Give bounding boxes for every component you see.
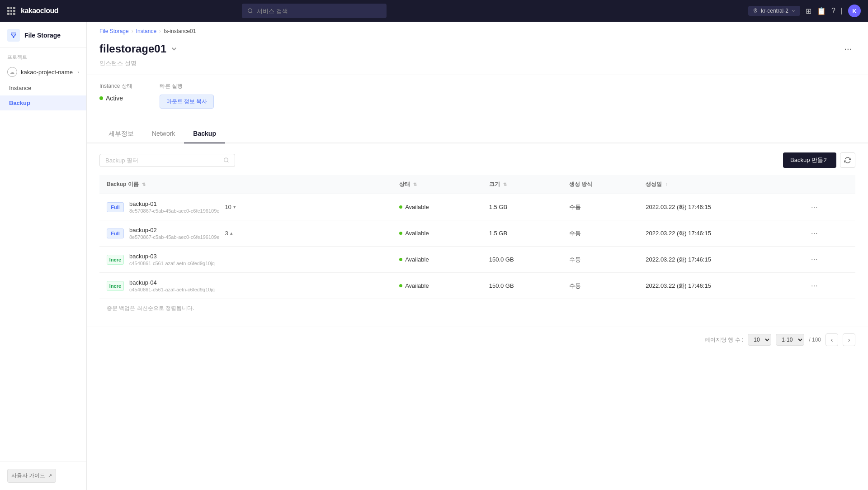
table-row: Incre backup-04 c4540861-c561-azaf-aetn-…: [99, 273, 855, 299]
col-backup-name[interactable]: Backup 이름 ⇅: [99, 175, 392, 194]
backup-status-cell: Available: [392, 194, 482, 220]
tab-detail[interactable]: 세부정보: [99, 125, 143, 143]
available-dot: [399, 284, 402, 287]
backup-status-cell: Available: [392, 247, 482, 273]
user-guide-button[interactable]: 사용자 가이드 ↗: [7, 469, 56, 483]
col-created[interactable]: 생성일 ↑: [638, 175, 801, 194]
create-backup-button[interactable]: Backup 만들기: [783, 152, 836, 168]
col-status[interactable]: 상태 ⇅: [392, 175, 482, 194]
chevron-right-icon: ›: [77, 69, 79, 75]
row-action-menu-button[interactable]: ···: [808, 228, 821, 239]
backup-actions-cell: ···: [801, 247, 855, 273]
backup-type-badge: Full: [107, 202, 124, 212]
search-input[interactable]: [257, 8, 381, 14]
backup-status: Available: [405, 204, 429, 210]
col-size[interactable]: 크기 ⇅: [482, 175, 562, 194]
sidebar-service-header: File Storage: [0, 22, 86, 48]
refresh-button[interactable]: [840, 152, 855, 168]
backup-date-cell: 2022.03.22 (화) 17:46:15: [638, 273, 801, 299]
expand-toggle[interactable]: 10 ▾: [225, 204, 236, 210]
backup-search-box[interactable]: [99, 154, 235, 167]
backup-name: backup-04: [129, 279, 215, 286]
row-action-menu-button[interactable]: ···: [808, 280, 821, 291]
expand-toggle[interactable]: 3 ▴: [225, 230, 232, 237]
status-section: Instance 상태 Active 빠른 실행 마운트 정보 복사: [87, 75, 868, 116]
breadcrumb-filestorage[interactable]: File Storage: [99, 28, 129, 34]
more-actions-button[interactable]: ···: [840, 42, 855, 56]
toolbar-right: Backup 만들기: [783, 152, 855, 168]
backup-size-cell: 1.5 GB: [482, 194, 562, 220]
backup-size: 1.5 GB: [489, 230, 507, 237]
backup-size: 150.0 GB: [489, 282, 514, 289]
quick-actions-label: 빠른 실행: [160, 82, 214, 90]
next-page-button[interactable]: ›: [843, 333, 855, 346]
table-body: Full backup-01 8e570867-c5ab-45ab-aec0-c…: [99, 194, 855, 299]
per-page-select[interactable]: 10 20 50: [748, 334, 771, 346]
project-icon: ☁: [7, 67, 17, 77]
page-range-select[interactable]: 1-10: [776, 334, 804, 346]
global-search-box[interactable]: [242, 4, 387, 18]
sidebar-item-backup[interactable]: Backup: [0, 95, 86, 110]
available-dot: [399, 232, 402, 235]
backup-date-cell: 2022.03.22 (화) 17:46:15: [638, 194, 801, 220]
file-storage-icon: [7, 29, 20, 42]
per-page-label: 페이지당 행 수 :: [705, 336, 743, 344]
svg-point-3: [224, 158, 228, 162]
table-header: Backup 이름 ⇅ 상태 ⇅ 크기 ⇅ 생성 방식: [99, 175, 855, 194]
sidebar-project-name: kakao-project-name: [21, 69, 74, 76]
row-action-menu-button[interactable]: ···: [808, 201, 821, 213]
backup-search-input[interactable]: [105, 157, 220, 164]
backup-size-cell: 1.5 GB: [482, 220, 562, 247]
tab-network[interactable]: Network: [143, 125, 184, 143]
clipboard-icon[interactable]: 📋: [817, 7, 826, 15]
sidebar-project-item[interactable]: ☁ kakao-project-name ›: [0, 63, 86, 81]
backup-uuid: c4540861-c561-azaf-aetn-c6fed9g10jq: [129, 287, 215, 292]
prev-page-button[interactable]: ‹: [826, 333, 838, 346]
page-title: filestorage01: [99, 43, 166, 55]
top-navigation: kakaocloud kr-central-2 ⊞ 📋 ? | K: [0, 0, 868, 22]
breadcrumb-sep-2: ›: [159, 28, 161, 34]
breadcrumb-current: fs-instance01: [164, 28, 196, 34]
windows-icon[interactable]: ⊞: [806, 7, 811, 15]
backup-date-cell: 2022.03.22 (화) 17:46:15: [638, 247, 801, 273]
region-label: kr-central-2: [761, 8, 788, 14]
available-dot: [399, 258, 402, 261]
backup-type-badge: Incre: [107, 281, 124, 291]
backup-status-cell: Available: [392, 273, 482, 299]
backup-created-at: 2022.03.22 (화) 17:46:15: [646, 204, 711, 210]
help-icon[interactable]: ?: [831, 7, 835, 15]
sort-icon-name: ⇅: [142, 182, 146, 187]
backup-method-cell: 수동: [562, 273, 639, 299]
tab-backup[interactable]: Backup: [184, 125, 225, 143]
chevron-down-icon: [791, 9, 796, 13]
user-avatar[interactable]: K: [848, 5, 861, 17]
backup-name-info: backup-02 8e570867-c5ab-45ab-aec0-c6fe19…: [129, 227, 219, 240]
backup-size-cell: 150.0 GB: [482, 273, 562, 299]
backup-method-cell: 수동: [562, 194, 639, 220]
backup-actions-cell: ···: [801, 220, 855, 247]
backup-name-cell: Full backup-01 8e570867-c5ab-45ab-aec0-c…: [99, 194, 392, 220]
backup-name-info: backup-03 c4540861-c561-azaf-aetn-c6fed9…: [129, 253, 215, 266]
search-icon: [223, 157, 229, 163]
col-actions: [801, 175, 855, 194]
backup-table-section: Backup 만들기 Backup 이름 ⇅: [87, 143, 868, 327]
available-dot: [399, 205, 402, 209]
backup-date-cell: 2022.03.22 (화) 17:46:15: [638, 220, 801, 247]
row-action-menu-button[interactable]: ···: [808, 254, 821, 265]
table-row: Full backup-02 8e570867-c5ab-45ab-aec0-c…: [99, 220, 855, 247]
backup-method-cell: 수동: [562, 247, 639, 273]
instance-status-label: Instance 상태: [99, 82, 132, 90]
sort-icon-size: ⇅: [503, 182, 507, 187]
instance-status-value: Active: [99, 95, 132, 102]
mount-copy-button[interactable]: 마운트 정보 복사: [160, 95, 214, 109]
page-header: filestorage01 ···: [87, 38, 868, 58]
instance-status-group: Instance 상태 Active: [99, 82, 132, 102]
breadcrumb-instance[interactable]: Instance: [136, 28, 156, 34]
sidebar-item-instance[interactable]: Instance: [0, 81, 86, 95]
page-header-actions: ···: [840, 42, 855, 56]
backup-name: backup-02: [129, 227, 219, 233]
sidebar-project-label: 프로젝트: [0, 48, 86, 63]
chevron-down-icon[interactable]: [170, 45, 178, 53]
grid-menu-icon[interactable]: [7, 7, 15, 15]
region-selector[interactable]: kr-central-2: [748, 6, 800, 16]
